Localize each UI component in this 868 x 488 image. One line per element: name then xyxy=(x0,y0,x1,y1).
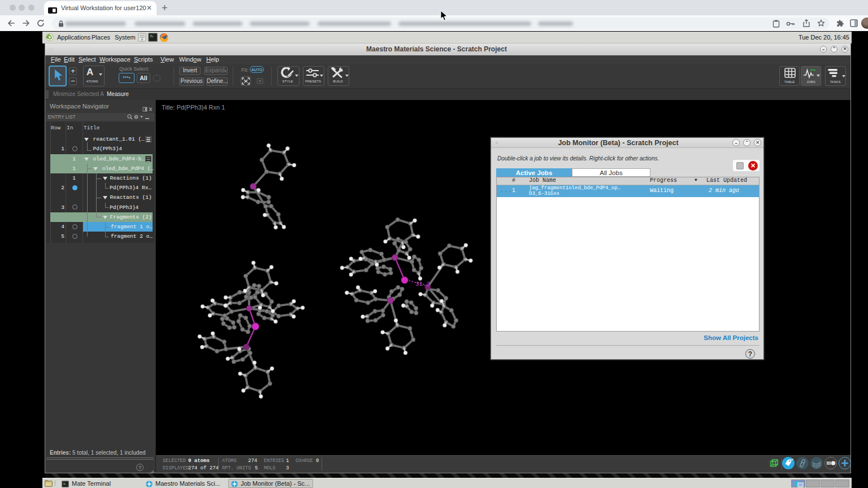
svg-text:31.3: 31.3 xyxy=(415,281,430,287)
